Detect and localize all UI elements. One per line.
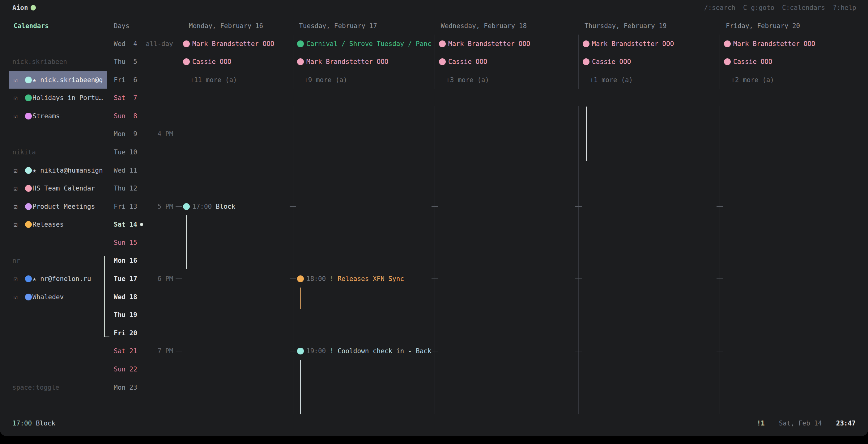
hour-tick (176, 206, 182, 207)
more-events-link[interactable]: +2 more (a) (731, 75, 774, 84)
allday-event-dot-icon (183, 40, 190, 47)
sidebar-item-nick-skriabeen-g[interactable]: ★ nick.skriabeen@g (32, 75, 103, 84)
allday-event[interactable]: Cassie OOO (592, 57, 631, 66)
event-duration-line (300, 360, 301, 414)
more-events-link[interactable]: +9 more (a) (304, 75, 347, 84)
day-column-header: Friday, February 20 (726, 21, 800, 31)
allday-event[interactable]: Mark Brandstetter OOO (306, 57, 389, 66)
sidebar-item-releases[interactable]: Releases (32, 220, 64, 229)
hour-tick (290, 278, 296, 279)
calendar-checkbox[interactable]: ☑ (13, 166, 18, 175)
allday-event-dot-icon (297, 40, 304, 47)
hour-tick (176, 278, 182, 279)
sidebar-item-hs-team-calendar[interactable]: HS Team Calendar (32, 184, 95, 193)
grid-column-separator (578, 106, 579, 414)
statusbar-right: !1 Sat, Feb 14 23:47 (757, 419, 856, 428)
calendar-checkbox[interactable]: ☑ (13, 111, 18, 121)
day-column-header: Wednesday, February 18 (441, 21, 527, 31)
day-row-fri-13[interactable]: Fri 13 (114, 202, 137, 211)
day-row-wed-18[interactable]: Wed 18 (114, 293, 137, 302)
hour-tick (716, 351, 723, 351)
calendar-color-dot-icon (25, 95, 32, 101)
calendar-checkbox[interactable]: ☑ (13, 75, 18, 84)
day-row-thu-19[interactable]: Thu 19 (114, 310, 137, 319)
day-row-fri-20[interactable]: Fri 20 (114, 329, 137, 338)
event-duration-line (586, 106, 587, 161)
allday-event[interactable]: Cassie OOO (733, 57, 772, 66)
keybind-hints: /:searchC-g:gotoC:calendars?:help (704, 3, 856, 12)
timed-event[interactable]: 19:00 ! Cooldown check in - Back (306, 346, 432, 356)
timed-event[interactable]: 17:00 Block (192, 202, 235, 211)
calendar-checkbox[interactable]: ☑ (13, 202, 18, 211)
more-events-link[interactable]: +1 more (a) (590, 75, 633, 84)
hour-tick (290, 206, 296, 207)
hour-tick (716, 206, 723, 207)
day-column-header: Tuesday, February 17 (299, 21, 377, 31)
day-row-thu-5[interactable]: Thu 5 (114, 57, 137, 66)
allday-event[interactable]: Mark Brandstetter OOO (448, 39, 530, 48)
day-row-wed-4[interactable]: Wed 4 (114, 39, 137, 48)
calendar-checkbox[interactable]: ☑ (13, 93, 18, 103)
day-column-header: Thursday, February 19 (585, 21, 667, 31)
sidebar-item-streams[interactable]: Streams (32, 111, 60, 121)
allday-event[interactable]: Mark Brandstetter OOO (733, 39, 815, 48)
day-row-sat-21[interactable]: Sat 21 (114, 346, 137, 356)
allday-event-dot-icon (297, 58, 304, 65)
sidebar-item-whaledev[interactable]: Whaledev (32, 293, 64, 302)
allday-column-separator (293, 35, 293, 89)
day-row-sun-15[interactable]: Sun 15 (114, 238, 137, 247)
day-row-tue-10[interactable]: Tue 10 (114, 147, 137, 157)
allday-event[interactable]: Carnival / Shrove Tuesday / Panc (306, 39, 432, 48)
day-row-sun-8[interactable]: Sun 8 (114, 111, 137, 121)
event-dot-icon (183, 203, 190, 210)
hour-gutter-label: 5 PM (157, 202, 173, 211)
day-row-mon-9[interactable]: Mon 9 (114, 129, 137, 139)
sidebar-item-holidays-in-portu-[interactable]: Holidays in Portu… (32, 93, 103, 103)
today-marker-icon (140, 223, 143, 226)
calendar-checkbox[interactable]: ☑ (13, 293, 18, 302)
day-row-mon-23[interactable]: Mon 23 (114, 383, 137, 392)
app-title: Aion (12, 3, 28, 12)
calendar-color-dot-icon (25, 76, 32, 83)
keybind-hint: C-g:goto (743, 3, 774, 12)
allday-event[interactable]: Mark Brandstetter OOO (592, 39, 674, 48)
allday-column-separator (720, 35, 720, 89)
days-header: Days (114, 21, 129, 31)
app-window: Aion /:searchC-g:gotoC:calendars?:help C… (0, 0, 868, 436)
hour-gutter-label: 4 PM (157, 129, 173, 139)
day-row-mon-16[interactable]: Mon 16 (114, 256, 137, 265)
day-row-thu-12[interactable]: Thu 12 (114, 184, 137, 193)
allday-column-separator (578, 35, 579, 89)
more-events-link[interactable]: +3 more (a) (446, 75, 489, 84)
day-row-fri-6[interactable]: Fri 6 (114, 75, 137, 84)
day-column-header: Monday, February 16 (189, 21, 263, 31)
day-row-sat-7[interactable]: Sat 7 (114, 93, 137, 103)
allday-event[interactable]: Mark Brandstetter OOO (192, 39, 275, 48)
allday-event[interactable]: Cassie OOO (448, 57, 487, 66)
hour-tick (432, 134, 438, 134)
hour-tick (575, 206, 582, 207)
hour-tick (716, 278, 723, 279)
day-row-tue-17[interactable]: Tue 17 (114, 274, 137, 283)
hour-gutter-label: 6 PM (157, 274, 173, 283)
allday-event-dot-icon (439, 40, 446, 47)
allday-event-dot-icon (583, 58, 589, 65)
keybind-hint: ?:help (833, 3, 856, 12)
calendar-checkbox[interactable]: ☑ (13, 184, 18, 193)
sidebar-section-label: nick.skriabeen (12, 57, 67, 66)
day-row-wed-11[interactable]: Wed 11 (114, 166, 137, 175)
allday-event[interactable]: Cassie OOO (192, 57, 231, 66)
calendar-checkbox[interactable]: ☑ (13, 220, 18, 229)
hour-gutter-label: 7 PM (157, 346, 173, 356)
day-row-sun-22[interactable]: Sun 22 (114, 365, 137, 374)
allday-column-separator (435, 35, 435, 89)
sidebar-item-product-meetings[interactable]: Product Meetings (32, 202, 95, 211)
timed-event[interactable]: 18:00 ! Releases XFN Sync (306, 274, 404, 283)
statusbar-selected-event: 17:00 Block (12, 419, 55, 428)
more-events-link[interactable]: +11 more (a) (190, 75, 237, 84)
day-row-sat-14[interactable]: Sat 14 (114, 220, 137, 229)
sidebar-item-nikita-humansign[interactable]: ★ nikita@humansign (32, 166, 103, 175)
sidebar-item-nr-fenelon-ru[interactable]: ★ nr@fenelon.ru (32, 274, 91, 283)
calendar-checkbox[interactable]: ☑ (13, 274, 18, 283)
status-dot-icon (31, 5, 36, 10)
